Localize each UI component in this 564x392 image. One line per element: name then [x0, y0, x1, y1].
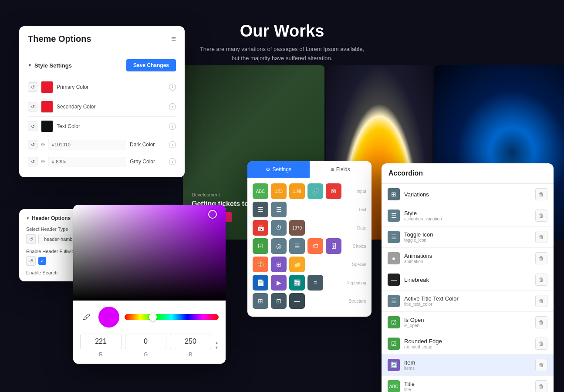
acc-item-name: Style	[404, 210, 531, 216]
enable-fullwidth-reset-btn[interactable]: ↺	[26, 256, 36, 266]
accordion-list-item[interactable]: ☑ Is Open is_open 🗑	[382, 312, 554, 333]
icon-tags[interactable]: 🏷	[307, 238, 323, 254]
repeating-icons-row: 📄 ▶ 🔄 ≡ Repeating	[253, 275, 366, 291]
gray-color-reset-btn[interactable]: ↺	[28, 157, 37, 166]
acc-item-info: Animations animation	[404, 253, 531, 264]
enable-fullwidth-checkbox[interactable]: ✓	[38, 257, 46, 265]
primary-reset-btn[interactable]: ↺	[28, 82, 37, 92]
secondary-reset-btn[interactable]: ↺	[28, 102, 37, 112]
accordion-list-item[interactable]: ABC Title title 🗑	[382, 376, 554, 392]
save-changes-button[interactable]: Save Changes	[126, 59, 176, 71]
accordion-list-item[interactable]: ☰ Style accordion_variation 🗑	[382, 205, 554, 226]
color-picker-row1: 🖊	[80, 307, 219, 328]
icon-email[interactable]: ✉	[326, 183, 341, 199]
settings-panel: ⚙ Settings ≡ Fields ABC 123 1,99 🔗 ✉ Inp…	[247, 161, 371, 317]
eyedropper-button[interactable]: 🖊	[80, 311, 93, 324]
icon-text2[interactable]: ☰	[271, 202, 287, 217]
b-value-input[interactable]: 250	[170, 334, 211, 349]
icon-document[interactable]: 📄	[253, 275, 268, 291]
tab-settings[interactable]: ⚙ Settings	[247, 161, 310, 178]
special-label: Special	[352, 262, 366, 267]
color-picker-circle	[208, 210, 217, 219]
text-color-swatch[interactable]	[41, 120, 53, 132]
icon-columns[interactable]: ⊡	[271, 293, 287, 309]
icon-calendar[interactable]: 📅	[253, 220, 268, 236]
icon-checkbox[interactable]: ☑	[253, 238, 268, 254]
icon-abc[interactable]: ABC	[253, 183, 268, 199]
acc-delete-button[interactable]: 🗑	[535, 210, 547, 222]
icon-select[interactable]: ☰	[289, 238, 305, 254]
icon-refresh[interactable]: 🔄	[289, 275, 305, 291]
secondary-info-icon[interactable]: i	[169, 103, 176, 110]
primary-color-swatch[interactable]	[41, 81, 53, 93]
select-header-reset-btn[interactable]: ↺	[26, 234, 36, 244]
icon-text1[interactable]: ☰	[253, 202, 268, 217]
page-header: Our Works There are many variations of p…	[200, 22, 364, 63]
acc-delete-button[interactable]: 🗑	[535, 316, 547, 328]
accordion-list-item[interactable]: ☑ Rounded Edge rounded_edge 🗑	[382, 333, 554, 355]
secondary-color-swatch[interactable]	[41, 101, 53, 113]
accordion-list-item[interactable]: ☰ Active Title Text Color title_text_col…	[382, 291, 554, 312]
b-input-group: 250 B	[170, 334, 211, 358]
accordion-list-item[interactable]: ⊞ Variations 🗑	[382, 184, 554, 205]
acc-item-key: accordion_variation	[404, 216, 531, 221]
acc-item-icon: ☰	[388, 231, 400, 243]
accordion-list-item[interactable]: 🔄 Item items 🗑	[382, 355, 554, 376]
icon-gallery[interactable]: ⊞	[271, 257, 287, 272]
dark-color-hex-input[interactable]	[48, 140, 126, 149]
hue-slider[interactable]	[125, 314, 219, 320]
color-preview-circle	[98, 307, 119, 328]
primary-color-left: ↺ Primary Color	[28, 81, 88, 93]
icon-file[interactable]: 📁	[289, 257, 305, 272]
up-down-arrows[interactable]: ▲ ▼	[215, 341, 219, 350]
dark-color-info-icon[interactable]: i	[169, 141, 176, 148]
gray-color-hex-input[interactable]	[48, 157, 126, 166]
structure-label: Structure	[348, 299, 366, 304]
primary-info-icon[interactable]: i	[169, 84, 176, 91]
acc-item-name: Linebreak	[404, 277, 531, 283]
date-label: Date	[357, 226, 366, 230]
icon-video[interactable]: ▶	[271, 275, 287, 291]
acc-item-info: Is Open is_open	[404, 317, 531, 328]
icon-year[interactable]: 1970	[289, 220, 305, 236]
color-gradient-area[interactable]	[73, 205, 226, 301]
acc-delete-button[interactable]: 🗑	[535, 274, 547, 286]
icon-grid[interactable]: ⊞	[253, 293, 268, 309]
acc-item-name: Is Open	[404, 317, 531, 323]
icon-color[interactable]: 🎨	[253, 257, 268, 272]
hue-slider-thumb	[149, 313, 157, 321]
icon-database[interactable]: 🗄	[326, 238, 341, 254]
icon-radio[interactable]: ◎	[271, 238, 287, 254]
dark-color-reset-btn[interactable]: ↺	[28, 140, 37, 149]
icon-layers[interactable]: ≡	[307, 275, 323, 291]
tab-fields[interactable]: ≡ Fields	[310, 161, 372, 178]
acc-item-key: toggle_icon	[404, 238, 531, 243]
accordion-list-item[interactable]: ● Animations animation 🗑	[382, 248, 554, 269]
acc-delete-button[interactable]: 🗑	[535, 295, 547, 307]
text-color-reset-btn[interactable]: ↺	[28, 122, 37, 131]
acc-delete-button[interactable]: 🗑	[535, 380, 547, 392]
acc-delete-button[interactable]: 🗑	[535, 338, 547, 350]
hamburger-icon[interactable]: ≡	[171, 34, 176, 44]
icon-divider[interactable]: —	[289, 293, 305, 309]
text-icons-row: ☰ ☰ Text	[253, 202, 366, 217]
text-color-info-icon[interactable]: i	[169, 123, 176, 130]
r-value-input[interactable]: 221	[80, 334, 122, 349]
acc-delete-button[interactable]: 🗑	[535, 188, 547, 200]
page-subtitle: There are many variations of passages of…	[200, 45, 364, 63]
acc-delete-button[interactable]: 🗑	[535, 359, 547, 371]
acc-delete-button[interactable]: 🗑	[535, 231, 547, 243]
icon-clock[interactable]: ⏱	[271, 220, 287, 236]
icon-decimal[interactable]: 1,99	[289, 183, 305, 199]
accordion-list-item[interactable]: — Linebreak 🗑	[382, 269, 554, 291]
icon-link[interactable]: 🔗	[307, 183, 323, 199]
accordion-list-item[interactable]: ☰ Toggle Icon toggle_icon 🗑	[382, 226, 554, 248]
acc-item-info: Toggle Icon toggle_icon	[404, 231, 531, 243]
secondary-color-left: ↺ Secondary Color	[28, 101, 95, 113]
acc-delete-button[interactable]: 🗑	[535, 252, 547, 264]
icon-123[interactable]: 123	[271, 183, 287, 199]
acc-item-info: Style accordion_variation	[404, 210, 531, 221]
g-value-input[interactable]: 0	[125, 334, 166, 349]
gray-color-info-icon[interactable]: i	[169, 158, 176, 165]
acc-item-name: Toggle Icon	[404, 231, 531, 238]
